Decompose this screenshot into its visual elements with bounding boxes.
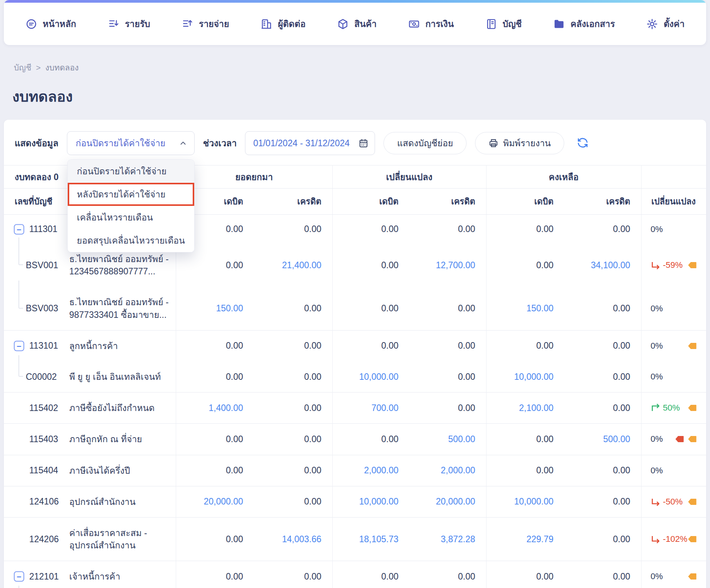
date-range-input[interactable]: 01/01/2024 - 31/12/2024 — [245, 131, 375, 155]
orange-flag-icon — [688, 498, 697, 505]
nav-item-expense[interactable]: รายจ่าย — [182, 17, 229, 31]
date-range-value: 01/01/2024 - 31/12/2024 — [253, 138, 350, 149]
amount-cell: 12,700.00 — [409, 244, 486, 287]
home-icon — [25, 18, 37, 30]
nav-item-finance[interactable]: การเงิน — [408, 17, 454, 31]
display-mode-select[interactable]: ก่อนปิดรายได้ค่าใช้จ่าย ก่อนปิดรายได้ค่า… — [67, 131, 195, 155]
amount-cell: 0.00 — [564, 361, 641, 393]
dropdown-option[interactable]: หลังปิดรายได้ค่าใช้จ่าย — [68, 183, 194, 206]
amount-cell: 0.00 — [332, 215, 409, 244]
orange-flag-icon — [688, 436, 697, 443]
amount-cell: 500.00 — [564, 424, 641, 455]
table-row: −212101เจ้าหนี้การค้า0.000.000.000.000.0… — [4, 561, 706, 588]
collapse-row-icon[interactable]: − — [14, 571, 24, 582]
show-sub-accounts-button[interactable]: แสดงบัญชีย่อย — [383, 132, 467, 154]
change-cell: -50% — [641, 486, 706, 517]
change-cell: 0% — [641, 561, 706, 588]
nav-item-income[interactable]: รายรับ — [108, 17, 150, 31]
amount-cell: 20,000.00 — [176, 486, 254, 517]
amount-cell: 0.00 — [332, 561, 409, 588]
nav-item-products[interactable]: สินค้า — [337, 17, 377, 31]
amount-cell: 0.00 — [409, 330, 486, 361]
account-number-cell: −212101 — [4, 561, 69, 588]
amount-cell: 0.00 — [176, 517, 254, 561]
amount-cell: 0.00 — [176, 561, 254, 588]
amount-cell: 10,000.00 — [486, 361, 564, 393]
change-percent: -102% — [663, 534, 688, 544]
account-name: พี ยู ยู เอ็น อินเทลลิเจนท์ — [69, 361, 176, 393]
amount-cell: 10,000.00 — [332, 486, 409, 517]
collapse-row-icon[interactable]: − — [14, 224, 24, 234]
col-header-credit-3: เครดิต — [564, 189, 641, 215]
dropdown-option[interactable]: ยอดสรุปเคลื่อนไหวรายเดือน — [68, 229, 194, 252]
row-flags — [688, 536, 697, 543]
nav-item-contacts[interactable]: ผู้ติดต่อ — [260, 17, 305, 31]
content-card: แสดงข้อมูล ก่อนปิดรายได้ค่าใช้จ่าย ก่อนป… — [4, 120, 706, 588]
row-flags — [675, 436, 697, 443]
dropdown-option[interactable]: เคลื่อนไหวรายเดือน — [68, 206, 194, 229]
change-percent: 0% — [651, 224, 663, 234]
amount-cell: 3,872.28 — [409, 517, 486, 561]
change-cell: 0% — [641, 330, 706, 361]
nav-item-settings[interactable]: ตั้งค่า — [646, 17, 684, 31]
print-report-button[interactable]: พิมพ์รายงาน — [475, 132, 564, 154]
breadcrumb-section[interactable]: บัญชี — [14, 61, 31, 74]
display-data-label: แสดงข้อมูล — [15, 136, 58, 150]
amount-cell: 0.00 — [254, 330, 332, 361]
account-name: อุปกรณ์สำนักงาน — [69, 486, 176, 517]
account-number: 124206 — [29, 534, 59, 544]
breadcrumb-separator: > — [36, 63, 40, 72]
amount-cell: 0.00 — [564, 393, 641, 424]
dropdown-option[interactable]: ก่อนปิดรายได้ค่าใช้จ่าย — [68, 160, 194, 183]
amount-cell: 150.00 — [486, 287, 564, 330]
account-number: 111301 — [29, 224, 57, 234]
amount-cell: 2,100.00 — [486, 393, 564, 424]
collapse-row-icon[interactable]: − — [14, 341, 24, 351]
group-header-brought-forward: ยอดยกมา — [176, 165, 332, 189]
table-row: C00002พี ยู ยู เอ็น อินเทลลิเจนท์0.000.0… — [4, 361, 706, 393]
folder-icon — [553, 18, 565, 30]
nav-item-home[interactable]: หน้าหลัก — [25, 17, 76, 31]
orange-flag-icon — [688, 262, 697, 269]
refresh-icon[interactable] — [577, 137, 590, 150]
amount-cell: 14,003.66 — [254, 517, 332, 561]
change-cell: 0% — [641, 361, 706, 393]
account-number-cell: −113101 — [4, 330, 69, 361]
nav-item-documents[interactable]: คลังเอกสาร — [553, 17, 615, 31]
account-number-cell: 124106 — [4, 486, 69, 517]
nav-item-accounting[interactable]: บัญชี — [485, 17, 522, 31]
orange-flag-icon — [688, 536, 697, 543]
table-row: 115403ภาษีถูกหัก ณ ที่จ่าย0.000.000.0050… — [4, 424, 706, 455]
expense-list-icon — [182, 18, 193, 30]
amount-cell: 0.00 — [332, 244, 409, 287]
amount-cell: 0.00 — [176, 361, 254, 393]
amount-cell: 0.00 — [254, 486, 332, 517]
breadcrumb: บัญชี > งบทดลอง — [0, 45, 710, 74]
contacts-building-icon — [260, 18, 272, 30]
change-percent: 0% — [651, 571, 663, 581]
account-number-cell: BSV001 — [4, 244, 69, 287]
nav-item-label: ผู้ติดต่อ — [278, 17, 305, 31]
gear-icon — [646, 18, 658, 30]
row-flags — [688, 498, 697, 505]
col-header-change: เปลี่ยนแปลง — [641, 189, 706, 215]
show-sub-accounts-label: แสดงบัญชีย่อย — [397, 136, 453, 150]
amount-cell: 0.00 — [486, 330, 564, 361]
account-number: 115402 — [29, 403, 58, 413]
orange-flag-icon — [688, 404, 697, 412]
change-percent: -59% — [663, 260, 683, 270]
change-percent: 0% — [651, 341, 663, 351]
main-navigation: หน้าหลักรายรับรายจ่ายผู้ติดต่อสินค้าการเ… — [4, 3, 706, 45]
col-header-debit-2: เดบิต — [332, 189, 409, 215]
product-cube-icon — [337, 18, 349, 30]
nav-item-label: คลังเอกสาร — [570, 17, 615, 31]
amount-cell: 21,400.00 — [254, 244, 332, 287]
table-row: BSV003ธ.ไทยพาณิชย์ ออมทรัพย์ - 987733340… — [4, 287, 706, 330]
amount-cell: 0.00 — [409, 215, 486, 244]
calendar-icon — [358, 138, 368, 148]
chevron-up-icon — [179, 139, 187, 147]
amount-cell: 150.00 — [176, 287, 254, 330]
nav-item-label: ตั้งค่า — [663, 17, 684, 31]
change-percent: 0% — [651, 434, 663, 444]
account-number: 124106 — [29, 496, 59, 506]
